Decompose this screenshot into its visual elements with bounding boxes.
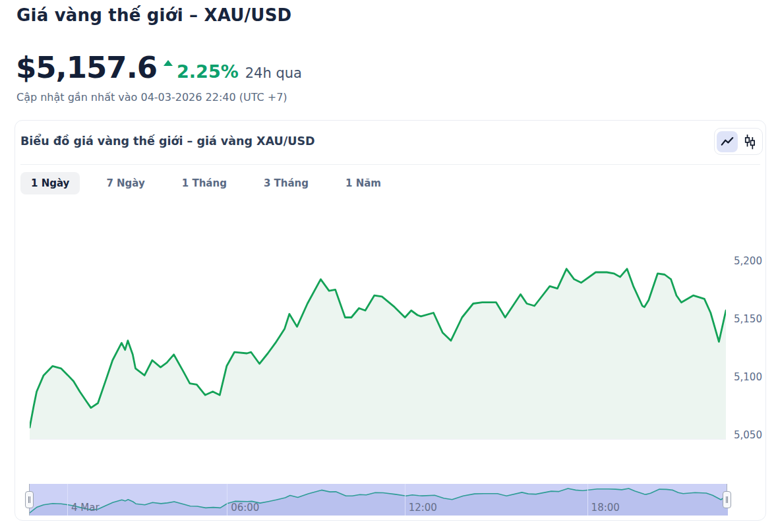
navigator-minichart [30,484,728,516]
change-period-label: 24h qua [245,65,302,81]
triangle-up-icon [164,60,173,66]
y-axis-label-5200: 5,200 [734,255,762,267]
price-row: $5,157.6 2.25% 24h qua [16,50,302,85]
navigator-label-1200: 12:00 [409,502,437,514]
price-area-chart[interactable] [30,225,726,439]
line-chart-toggle-button[interactable] [717,131,738,152]
page-title: Giá vàng thế giới – XAU/USD [16,5,291,25]
last-updated-text: Cập nhật gần nhất vào 04-03-2026 22:40 (… [16,91,287,103]
chart-baseline [30,439,726,440]
candlestick-icon [742,133,757,150]
candlestick-toggle-button[interactable] [739,131,760,152]
tab-1-year[interactable]: 1 Năm [335,172,392,194]
navigator-gridline [67,484,68,516]
y-axis-label-5150: 5,150 [734,313,762,325]
card-divider [20,164,760,165]
navigator-gridline [587,484,588,516]
y-axis-label-5050: 5,050 [734,429,762,441]
navigator-handle-left[interactable] [25,491,34,508]
chart-card: Biểu đồ giá vàng thế giới – giá vàng XAU… [15,120,766,521]
range-tabs: 1 Ngày 7 Ngày 1 Tháng 3 Tháng 1 Năm [20,172,392,194]
tab-1-month[interactable]: 1 Tháng [171,172,237,194]
chart-navigator[interactable]: 4 Mar 06:00 12:00 18:00 [29,484,727,516]
gold-price-page: Giá vàng thế giới – XAU/USD $5,157.6 2.2… [0,0,778,532]
navigator-gridline [405,484,405,516]
tab-3-months[interactable]: 3 Tháng [253,172,319,194]
chart-card-title: Biểu đồ giá vàng thế giới – giá vàng XAU… [20,134,315,148]
current-price: $5,157.6 [16,50,157,85]
navigator-handle-right[interactable] [723,491,731,508]
line-chart-icon [720,134,734,149]
drag-grip-icon [28,496,30,503]
price-change-percent: 2.25% [177,61,239,82]
navigator-label-date: 4 Mar [71,502,100,514]
tab-7-days[interactable]: 7 Ngày [96,172,155,194]
navigator-label-0600: 06:00 [231,502,259,514]
navigator-label-1800: 18:00 [591,502,620,514]
drag-grip-icon [726,496,728,503]
y-axis-label-5100: 5,100 [734,371,762,383]
navigator-gridline [227,484,227,516]
tab-1-day[interactable]: 1 Ngày [20,172,80,194]
chart-type-toggle [714,128,763,155]
